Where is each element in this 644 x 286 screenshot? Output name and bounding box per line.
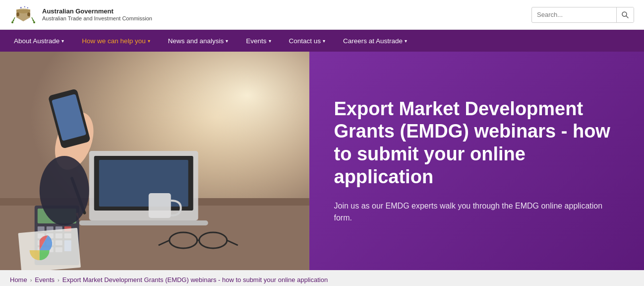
nav-item-careers[interactable]: Careers at Austrade ▾ [334, 30, 416, 52]
nav-item-about[interactable]: About Austrade ▾ [5, 30, 73, 52]
svg-line-14 [626, 16, 628, 18]
svg-rect-22 [79, 220, 208, 225]
svg-rect-51 [149, 193, 171, 218]
breadcrumb-home[interactable]: Home [10, 276, 27, 284]
chevron-down-icon: ▾ [148, 38, 150, 44]
gov-title: Australian Government [42, 7, 152, 15]
svg-point-2 [16, 12, 19, 16]
nav-item-news[interactable]: News and analysis ▾ [159, 30, 237, 52]
chevron-down-icon: ▾ [323, 38, 325, 44]
hero-subtitle: Join us as our EMDG experts walk you thr… [334, 200, 619, 224]
chevron-down-icon: ▾ [269, 38, 271, 44]
svg-point-11 [13, 20, 14, 21]
logo-text: Australian Government Australian Trade a… [42, 7, 152, 22]
search-area[interactable] [531, 7, 634, 23]
search-button[interactable] [616, 7, 634, 22]
site-header: ★ ★ ★ Australian Government Australian T… [0, 0, 644, 30]
breadcrumb-current-page: Export Market Development Grants (EMDG) … [62, 276, 328, 284]
hero-title: Export Market Development Grants (EMDG) … [334, 98, 619, 188]
svg-point-3 [27, 12, 30, 16]
svg-rect-21 [99, 160, 188, 207]
coat-of-arms-icon: ★ ★ ★ [10, 3, 37, 26]
chevron-down-icon: ▾ [226, 38, 228, 44]
hero-photo [0, 52, 309, 270]
search-input[interactable] [532, 8, 616, 21]
svg-point-12 [33, 20, 34, 21]
hero-section: Export Market Development Grants (EMDG) … [0, 52, 644, 270]
svg-rect-25 [38, 226, 45, 231]
main-nav: About Austrade ▾ How we can help you ▾ N… [0, 30, 644, 52]
hero-content: Export Market Development Grants (EMDG) … [309, 52, 644, 270]
breadcrumb: Home › Events › Export Market Developmen… [0, 270, 644, 286]
logo-area[interactable]: ★ ★ ★ Australian Government Australian T… [10, 3, 152, 26]
breadcrumb-events[interactable]: Events [35, 276, 55, 284]
commission-name: Australian Trade and Investment Commissi… [42, 15, 152, 22]
svg-text:★: ★ [27, 6, 29, 9]
breadcrumb-separator-2: › [58, 277, 59, 283]
chevron-down-icon: ▾ [405, 38, 407, 44]
nav-item-events[interactable]: Events ▾ [237, 30, 280, 52]
svg-text:★: ★ [24, 5, 26, 8]
search-icon [622, 11, 629, 18]
nav-item-contact[interactable]: Contact us ▾ [280, 30, 335, 52]
chevron-down-icon: ▾ [61, 38, 64, 44]
hero-image [0, 52, 309, 270]
svg-point-10 [33, 21, 35, 23]
nav-item-how-we-can-help[interactable]: How we can help you ▾ [73, 30, 159, 52]
breadcrumb-separator-1: › [30, 277, 32, 283]
svg-point-50 [40, 156, 89, 225]
svg-point-9 [11, 21, 13, 23]
